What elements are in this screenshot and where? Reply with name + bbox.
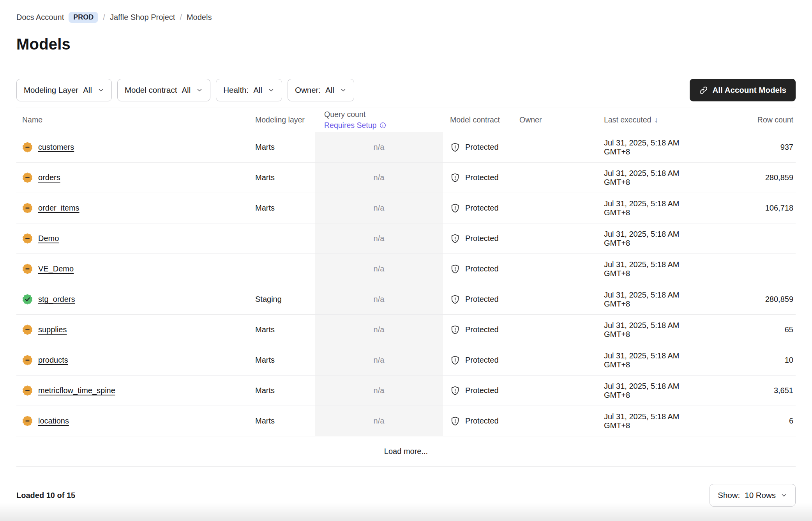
query-count-value: n/a — [315, 193, 443, 223]
query-count-value: n/a — [315, 376, 443, 406]
model-name-link[interactable]: metricflow_time_spine — [38, 386, 115, 395]
contract-label: Protected — [465, 295, 499, 304]
table-row: stg_orders Staging n/a Protected Jul 31,… — [16, 284, 796, 315]
load-more-row: Load more... — [16, 436, 796, 467]
model-health-icon — [22, 294, 33, 305]
breadcrumb-account[interactable]: Docs Account — [16, 13, 64, 22]
filter-value: All — [253, 85, 262, 95]
shield-icon — [450, 173, 460, 183]
chevron-down-icon — [780, 492, 787, 499]
col-header-last-executed[interactable]: Last executed↓ — [577, 115, 706, 124]
row-count-value: 280,859 — [706, 173, 796, 182]
query-count-value: n/a — [315, 284, 443, 314]
table-footer: Loaded 10 of 15 Show: 10 Rows — [16, 484, 796, 507]
contract-label: Protected — [465, 173, 499, 182]
filter-label: Model contract — [125, 85, 177, 95]
col-header-model-contract[interactable]: Model contract — [443, 115, 516, 124]
sort-desc-icon: ↓ — [654, 115, 658, 124]
contract-label: Protected — [465, 416, 499, 425]
model-name-link[interactable]: Demo — [38, 234, 59, 243]
model-health-icon — [22, 324, 33, 335]
model-name-link[interactable]: locations — [38, 416, 69, 425]
row-count-value: 937 — [706, 143, 796, 152]
table-row: Demo n/a Protected Jul 31, 2025, 5:18 AM… — [16, 223, 796, 254]
table-row: VE_Demo n/a Protected Jul 31, 2025, 5:18… — [16, 254, 796, 284]
shield-icon — [450, 203, 460, 213]
shield-icon — [450, 416, 460, 426]
table-row: metricflow_time_spine Marts n/a Protecte… — [16, 376, 796, 406]
shield-icon — [450, 234, 460, 244]
chevron-down-icon — [97, 87, 104, 94]
last-executed-value: Jul 31, 2025, 5:18 AM GMT+8 — [577, 291, 706, 308]
model-name-link[interactable]: customers — [38, 143, 74, 152]
row-count-value: 106,718 — [706, 204, 796, 213]
link-icon — [699, 86, 708, 95]
model-name-link[interactable]: supplies — [38, 325, 67, 334]
table-row: products Marts n/a Protected Jul 31, 202… — [16, 345, 796, 376]
contract-label: Protected — [465, 264, 499, 273]
modeling-layer-value: Marts — [253, 386, 315, 395]
show-value: 10 Rows — [745, 491, 776, 500]
breadcrumb-project[interactable]: Jaffle Shop Project — [110, 13, 175, 22]
model-name-link[interactable]: products — [38, 356, 68, 365]
modeling-layer-value: Marts — [253, 416, 315, 425]
chevron-down-icon — [196, 87, 203, 94]
col-header-owner[interactable]: Owner — [516, 115, 577, 124]
filter-value: All — [325, 85, 334, 95]
model-health-icon — [22, 172, 33, 183]
query-count-value: n/a — [315, 315, 443, 345]
model-health-icon — [22, 142, 33, 152]
filter-health[interactable]: Health: All — [216, 79, 282, 101]
model-health-icon — [22, 203, 33, 213]
modeling-layer-value: Marts — [253, 356, 315, 365]
shield-icon — [450, 325, 460, 335]
model-name-link[interactable]: stg_orders — [38, 295, 75, 304]
shield-icon — [450, 264, 460, 274]
contract-label: Protected — [465, 204, 499, 213]
breadcrumb: Docs Account PROD / Jaffle Shop Project … — [16, 0, 796, 23]
filter-owner[interactable]: Owner: All — [288, 79, 354, 101]
modeling-layer-value: Marts — [253, 325, 315, 334]
query-count-value: n/a — [315, 406, 443, 436]
filter-value: All — [83, 85, 92, 95]
model-health-icon — [22, 233, 33, 244]
query-count-label: Query count — [324, 110, 443, 119]
last-executed-value: Jul 31, 2025, 5:18 AM GMT+8 — [577, 351, 706, 369]
filter-label: Modeling Layer — [24, 85, 78, 95]
modeling-layer-value: Marts — [253, 173, 315, 182]
load-more-button[interactable]: Load more... — [384, 447, 428, 456]
table-row: customers Marts n/a Protected Jul 31, 20… — [16, 132, 796, 163]
all-account-models-button[interactable]: All Account Models — [690, 79, 796, 101]
chevron-down-icon — [268, 87, 275, 94]
models-table: Name Modeling layer Query count Requires… — [16, 108, 796, 467]
table-header-row: Name Modeling layer Query count Requires… — [16, 108, 796, 132]
shield-icon — [450, 355, 460, 365]
model-name-link[interactable]: order_items — [38, 204, 79, 213]
col-header-name[interactable]: Name — [16, 115, 253, 124]
model-name-link[interactable]: VE_Demo — [38, 264, 74, 273]
filter-value: All — [182, 85, 191, 95]
row-count-value: 6 — [706, 416, 796, 425]
show-label: Show: — [718, 491, 740, 500]
model-health-icon — [22, 385, 33, 396]
table-row: orders Marts n/a Protected Jul 31, 2025,… — [16, 163, 796, 193]
show-rows-dropdown[interactable]: Show: 10 Rows — [710, 484, 796, 507]
row-count-value: 10 — [706, 356, 796, 365]
filter-model-contract[interactable]: Model contract All — [117, 79, 210, 101]
all-account-models-label: All Account Models — [713, 85, 786, 95]
last-executed-value: Jul 31, 2025, 5:18 AM GMT+8 — [577, 382, 706, 400]
model-health-icon — [22, 264, 33, 274]
row-count-value: 65 — [706, 325, 796, 334]
col-header-row-count[interactable]: Row count — [706, 115, 796, 124]
row-count-value: 3,651 — [706, 386, 796, 395]
model-name-link[interactable]: orders — [38, 173, 60, 182]
contract-label: Protected — [465, 143, 499, 152]
filter-modeling-layer[interactable]: Modeling Layer All — [16, 79, 112, 101]
contract-label: Protected — [465, 234, 499, 243]
table-row: order_items Marts n/a Protected Jul 31, … — [16, 193, 796, 223]
contract-label: Protected — [465, 386, 499, 395]
requires-setup-link[interactable]: Requires Setup — [324, 121, 443, 130]
contract-label: Protected — [465, 356, 499, 365]
page-title: Models — [16, 35, 796, 53]
col-header-modeling-layer[interactable]: Modeling layer — [253, 115, 315, 124]
